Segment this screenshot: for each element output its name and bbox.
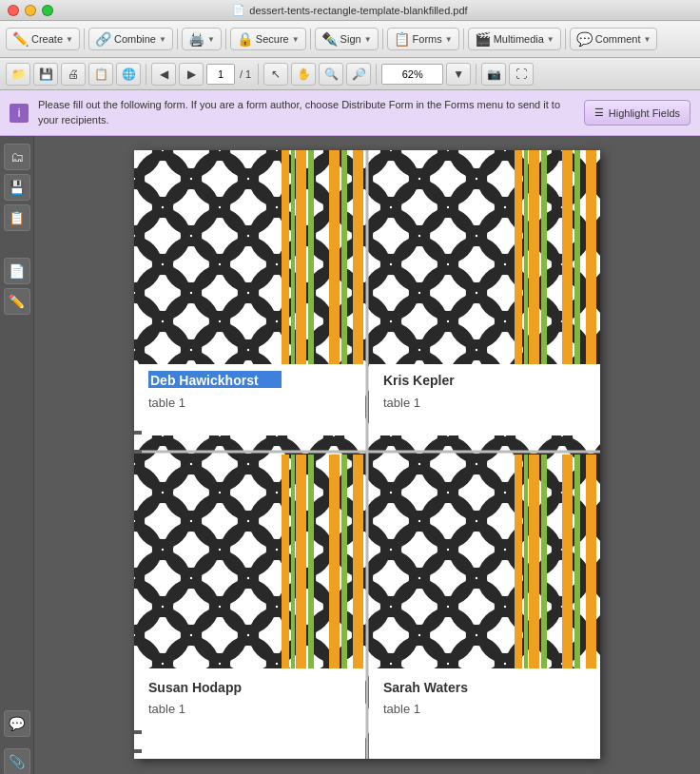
svg-rect-56 (134, 749, 142, 753)
svg-text:table 1: table 1 (148, 396, 185, 410)
svg-text:table 1: table 1 (383, 702, 420, 716)
comment-button[interactable]: 💬 Comment ▼ (570, 28, 658, 50)
forms-icon: 📋 (394, 31, 410, 47)
svg-text:Susan Hodapp: Susan Hodapp (148, 680, 242, 695)
print-icon: 🖨️ (188, 31, 204, 47)
nav-toolbar: 📁 💾 🖨 📋 🌐 ◀ ▶ / 1 ↖ ✋ 🔍 🔎 ▼ 📷 ⛶ (0, 58, 700, 90)
page-separator: / 1 (238, 68, 253, 80)
zoom-out-btn[interactable]: 🔎 (346, 63, 371, 86)
snapshot-btn[interactable]: 📷 (481, 63, 506, 86)
main-toolbar: ✏️ Create ▼ 🔗 Combine ▼ 🖨️ ▼ 🔒 Secure ▼ … (0, 21, 700, 58)
maximize-button[interactable] (42, 5, 53, 16)
sidebar-btn-1[interactable]: 🗂 (4, 144, 30, 170)
multimedia-icon: 🎬 (475, 31, 491, 47)
window-title: 📄 dessert-tents-rectangle-template-blank… (232, 4, 467, 16)
combine-button[interactable]: 🔗 Combine ▼ (88, 28, 173, 50)
close-button[interactable] (8, 5, 19, 16)
save-btn[interactable]: 💾 (33, 63, 58, 86)
cursor-btn[interactable]: ↖ (263, 63, 288, 86)
sign-chevron: ▼ (364, 35, 372, 44)
separator-6 (463, 29, 464, 49)
fullscreen-btn[interactable]: ⛶ (509, 63, 534, 86)
print-nav-btn[interactable]: 🖨 (61, 63, 86, 86)
pdf-pattern: Deb Hawickhorst table 1 Kris Kepler tabl… (134, 150, 600, 759)
form-notification-icon: i (10, 104, 29, 123)
prev-page-btn[interactable]: ◀ (151, 63, 176, 86)
pdf-icon: 📄 (232, 4, 245, 16)
multimedia-button[interactable]: 🎬 Multimedia ▼ (468, 28, 561, 50)
print-button[interactable]: 🖨️ ▼ (182, 28, 222, 50)
nav-sep-4 (476, 64, 476, 85)
form-notification-bar: i Please fill out the following form. If… (0, 90, 700, 136)
svg-rect-55 (134, 730, 142, 734)
nav-sep-3 (376, 64, 377, 85)
create-icon: ✏️ (12, 31, 29, 47)
title-bar: 📄 dessert-tents-rectangle-template-blank… (0, 0, 700, 21)
pdf-page: Deb Hawickhorst table 1 Kris Kepler tabl… (134, 150, 600, 759)
separator-3 (225, 29, 226, 49)
pdf-viewer[interactable]: Deb Hawickhorst table 1 Kris Kepler tabl… (34, 136, 700, 774)
secure-chevron: ▼ (292, 35, 300, 44)
create-button[interactable]: ✏️ Create ▼ (6, 28, 80, 50)
sign-icon: ✒️ (321, 31, 338, 47)
nav-sep-2 (258, 64, 259, 85)
sign-button[interactable]: ✒️ Sign ▼ (315, 28, 379, 50)
sidebar-btn-3[interactable]: 📋 (4, 204, 30, 231)
svg-text:Deb Hawickhorst: Deb Hawickhorst (150, 373, 259, 388)
secure-button[interactable]: 🔒 Secure ▼ (230, 28, 306, 50)
separator-1 (84, 29, 85, 49)
hand-btn[interactable]: ✋ (291, 63, 316, 86)
secure-icon: 🔒 (237, 31, 253, 47)
sidebar-btn-6[interactable]: 💬 (4, 710, 30, 737)
zoom-chevron-btn[interactable]: ▼ (446, 63, 471, 86)
create-chevron: ▼ (66, 35, 73, 44)
sidebar-btn-5[interactable]: ✏️ (4, 288, 30, 315)
svg-text:table 1: table 1 (148, 702, 185, 716)
print-chevron: ▼ (207, 35, 215, 44)
combine-icon: 🔗 (95, 31, 111, 47)
separator-5 (382, 29, 383, 49)
globe-btn[interactable]: 🌐 (116, 63, 141, 86)
svg-rect-53 (134, 431, 142, 435)
svg-rect-54 (134, 450, 142, 454)
comment-icon: 💬 (576, 31, 593, 47)
separator-7 (565, 29, 566, 49)
svg-text:Sarah Waters: Sarah Waters (383, 680, 468, 695)
folder-btn[interactable]: 📁 (6, 63, 30, 86)
minimize-button[interactable] (25, 5, 36, 16)
sidebar-btn-2[interactable]: 💾 (4, 174, 30, 201)
page-number-input[interactable] (206, 64, 235, 85)
combine-chevron: ▼ (159, 35, 166, 44)
window-controls[interactable] (8, 5, 53, 16)
pages-btn[interactable]: 📋 (88, 63, 113, 86)
separator-2 (177, 29, 178, 49)
multimedia-chevron: ▼ (547, 35, 554, 44)
form-notification-text: Please fill out the following form. If y… (38, 98, 574, 127)
zoom-input[interactable] (381, 64, 443, 85)
sidebar-btn-7[interactable]: 📎 (4, 748, 30, 774)
sidebar: 🗂 💾 📋 📄 ✏️ 💬 📎 (0, 136, 34, 774)
main-area: 🗂 💾 📋 📄 ✏️ 💬 📎 (0, 136, 700, 774)
highlight-fields-icon: ☰ (594, 106, 604, 119)
next-page-btn[interactable]: ▶ (179, 63, 204, 86)
zoom-in-btn[interactable]: 🔍 (319, 63, 343, 86)
highlight-fields-button[interactable]: ☰ Highlight Fields (584, 100, 690, 126)
nav-sep-1 (146, 64, 146, 85)
svg-text:table 1: table 1 (383, 396, 420, 410)
separator-4 (310, 29, 311, 49)
comment-chevron: ▼ (643, 35, 651, 44)
svg-text:Kris Kepler: Kris Kepler (383, 373, 455, 388)
sidebar-btn-4[interactable]: 📄 (4, 258, 30, 284)
forms-chevron: ▼ (445, 35, 453, 44)
forms-button[interactable]: 📋 Forms ▼ (387, 28, 459, 50)
